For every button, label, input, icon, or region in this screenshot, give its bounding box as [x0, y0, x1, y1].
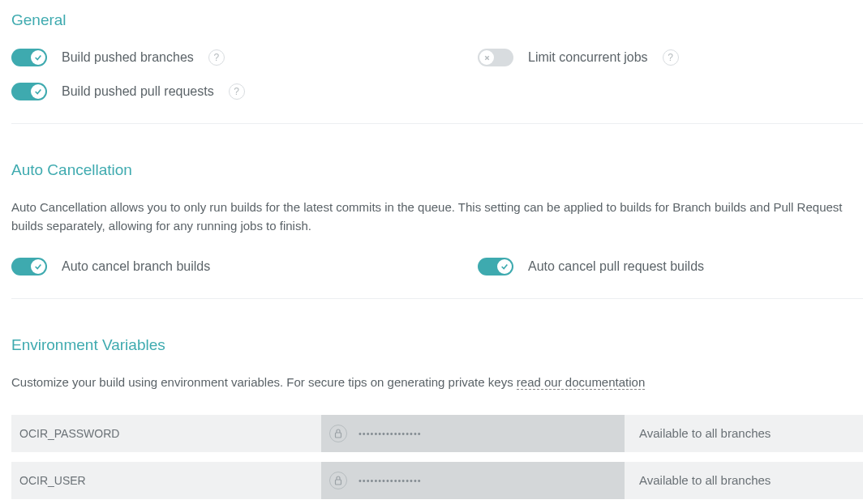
lock-icon — [329, 425, 347, 442]
help-icon[interactable]: ? — [208, 49, 225, 66]
divider — [11, 298, 863, 299]
toggle-knob — [31, 50, 45, 65]
toggle-knob — [479, 50, 494, 65]
toggle-item-build-pushed-prs: Build pushed pull requests ? — [11, 83, 397, 100]
section-title-general: General — [11, 11, 863, 29]
docs-link[interactable]: read our documentation — [517, 375, 645, 390]
toggle-label: Limit concurrent jobs — [528, 50, 648, 65]
env-row: OCIR_USER •••••••••••••••• Available to … — [11, 462, 863, 499]
svg-rect-2 — [336, 433, 341, 438]
env-var-masked: •••••••••••••••• — [359, 429, 422, 438]
lock-icon — [329, 472, 347, 489]
toggle-item-build-pushed-branches: Build pushed branches ? — [11, 49, 397, 66]
env-var-scope: Available to all branches — [625, 426, 863, 440]
x-icon — [483, 54, 491, 62]
env-var-value: •••••••••••••••• — [321, 462, 625, 499]
svg-rect-3 — [336, 480, 341, 485]
env-description: Customize your build using environment v… — [11, 374, 863, 392]
env-var-masked: •••••••••••••••• — [359, 476, 422, 485]
toggle-item-cancel-branch: Auto cancel branch builds — [11, 258, 397, 275]
toggle-build-pushed-branches[interactable] — [11, 49, 47, 66]
toggle-label: Auto cancel pull request builds — [528, 259, 704, 274]
toggle-cancel-pr[interactable] — [478, 258, 513, 275]
general-right-col: Limit concurrent jobs ? — [445, 49, 863, 100]
toggle-limit-concurrent[interactable] — [478, 49, 513, 66]
check-icon — [34, 263, 42, 271]
auto-cancel-right: Auto cancel pull request builds — [445, 258, 863, 275]
check-icon — [34, 88, 42, 96]
toggle-item-limit-concurrent: Limit concurrent jobs ? — [478, 49, 863, 66]
env-row: OCIR_PASSWORD •••••••••••••••• Available… — [11, 415, 863, 452]
env-var-name: OCIR_PASSWORD — [11, 427, 321, 440]
check-icon — [34, 53, 42, 62]
toggle-label: Auto cancel branch builds — [62, 259, 210, 274]
help-icon[interactable]: ? — [229, 83, 245, 100]
env-desc-text: Customize your build using environment v… — [11, 375, 517, 389]
toggle-label: Build pushed pull requests — [62, 84, 214, 99]
env-var-scope: Available to all branches — [625, 473, 863, 487]
check-icon — [500, 263, 509, 271]
section-title-env: Environment Variables — [11, 336, 863, 354]
auto-cancel-left: Auto cancel branch builds — [11, 258, 397, 275]
divider — [11, 123, 863, 124]
section-title-auto-cancel: Auto Cancellation — [11, 161, 863, 179]
help-icon[interactable]: ? — [663, 49, 679, 66]
toggle-knob — [31, 84, 45, 99]
toggle-cancel-branch[interactable] — [11, 258, 47, 275]
toggle-knob — [31, 259, 45, 274]
toggle-knob — [497, 259, 512, 274]
toggle-item-cancel-pr: Auto cancel pull request builds — [478, 258, 863, 275]
general-settings-row: Build pushed branches ? Build pushed pul… — [11, 49, 863, 100]
general-left-col: Build pushed branches ? Build pushed pul… — [11, 49, 397, 100]
env-var-name: OCIR_USER — [11, 474, 321, 487]
toggle-build-pushed-prs[interactable] — [11, 83, 47, 100]
auto-cancel-description: Auto Cancellation allows you to only run… — [11, 199, 863, 235]
auto-cancel-row: Auto cancel branch builds Auto cancel pu… — [11, 258, 863, 275]
env-var-value: •••••••••••••••• — [321, 415, 625, 452]
env-rows: OCIR_PASSWORD •••••••••••••••• Available… — [11, 415, 863, 499]
toggle-label: Build pushed branches — [62, 50, 194, 65]
